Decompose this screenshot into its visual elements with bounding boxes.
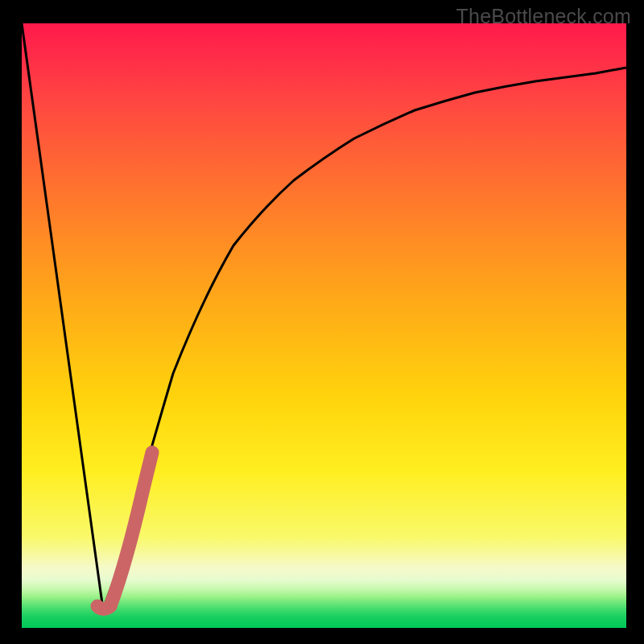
right-curve xyxy=(103,68,626,609)
highlight-segment xyxy=(97,452,152,609)
plot-area xyxy=(22,23,626,628)
left-line xyxy=(22,23,103,609)
chart-frame: TheBottleneck.com xyxy=(0,0,644,644)
curve-layer xyxy=(22,23,626,628)
